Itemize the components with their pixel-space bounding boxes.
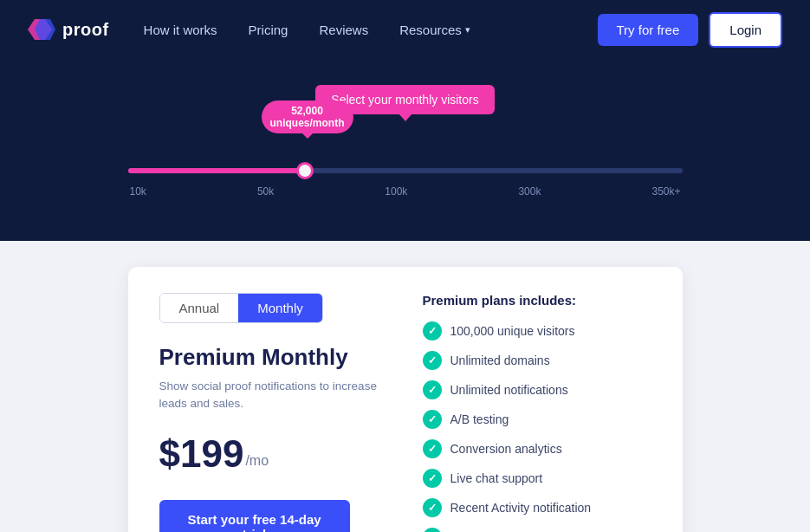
billing-annual-button[interactable]: Annual bbox=[160, 294, 239, 322]
billing-monthly-button[interactable]: Monthly bbox=[238, 294, 322, 322]
slider-value-line1: 52,000 bbox=[291, 105, 323, 117]
check-icon: ✓ bbox=[423, 321, 442, 341]
check-icon: ✓ bbox=[423, 410, 442, 429]
feature-item: ✓ Recent Activity notification bbox=[423, 498, 651, 517]
feature-item: ✓ Unlimited notifications bbox=[423, 380, 651, 399]
login-button[interactable]: Login bbox=[709, 12, 782, 48]
feature-text: Live chat support bbox=[450, 471, 543, 485]
slider-container: 52,000 uniques/month 10k 50k 100k 300k 3… bbox=[128, 133, 683, 198]
feature-text: Unlimited notifications bbox=[450, 383, 568, 397]
logo-text: proof bbox=[62, 20, 109, 40]
slider-thumb[interactable] bbox=[296, 162, 314, 179]
check-icon: ✓ bbox=[423, 469, 442, 488]
slider-track bbox=[128, 168, 683, 173]
features-list: ✓ 100,000 unique visitors ✓ Unlimited do… bbox=[423, 321, 651, 532]
proof-logo-icon bbox=[28, 16, 55, 43]
feature-text: Recent Activity notification bbox=[450, 501, 592, 515]
pricing-section: Annual Monthly Premium Monthly Show soci… bbox=[0, 241, 810, 532]
slider-value-line2: uniques/month bbox=[270, 117, 345, 129]
feature-item: ✓ A/B testing bbox=[423, 410, 651, 429]
slider-labels: 10k 50k 100k 300k 350k+ bbox=[128, 185, 683, 198]
check-icon: ✓ bbox=[423, 351, 442, 370]
pricing-left: Annual Monthly Premium Monthly Show soci… bbox=[159, 293, 388, 532]
trial-button[interactable]: Start your free 14-day trial bbox=[159, 500, 350, 533]
feature-text: Unlimited domains bbox=[450, 354, 550, 367]
check-icon: ✓ bbox=[423, 498, 442, 517]
nav-reviews[interactable]: Reviews bbox=[319, 23, 368, 37]
nav-how-it-works[interactable]: How it works bbox=[144, 23, 217, 37]
navbar: proof How it works Pricing Reviews Resou… bbox=[0, 0, 810, 59]
feature-item: ✓ Conversion analytics bbox=[423, 439, 651, 458]
plan-price-period: /mo bbox=[245, 453, 269, 469]
plan-price: $199/mo bbox=[159, 432, 388, 476]
feature-item: ✓ Unlimited domains bbox=[423, 351, 651, 370]
plan-price-amount: $199 bbox=[159, 432, 244, 476]
feature-text: 100,000 unique visitors bbox=[450, 324, 575, 338]
pricing-card: Annual Monthly Premium Monthly Show soci… bbox=[128, 267, 683, 532]
slider-value-bubble: 52,000 uniques/month bbox=[262, 101, 353, 133]
feature-text: A/B testing bbox=[450, 412, 509, 426]
chevron-down-icon: ▾ bbox=[465, 24, 470, 36]
logo[interactable]: proof bbox=[28, 16, 109, 43]
nav-resources[interactable]: Resources ▾ bbox=[399, 23, 470, 37]
check-icon: ✓ bbox=[423, 380, 442, 399]
feature-item: ✓ Live Visitor Count notification bbox=[423, 528, 651, 532]
nav-pricing[interactable]: Pricing bbox=[249, 23, 288, 37]
plan-title: Premium Monthly bbox=[159, 344, 388, 371]
slider-fill bbox=[128, 168, 306, 173]
pricing-right: Premium plans includes: ✓ 100,000 unique… bbox=[423, 293, 651, 532]
slider-label-300k: 300k bbox=[518, 185, 541, 198]
feature-item: ✓ Live chat support bbox=[423, 469, 651, 488]
feature-item: ✓ 100,000 unique visitors bbox=[423, 321, 651, 341]
feature-text: Conversion analytics bbox=[450, 442, 562, 456]
slider-label-100k: 100k bbox=[385, 185, 407, 198]
billing-toggle: Annual Monthly bbox=[159, 293, 323, 323]
check-icon: ✓ bbox=[423, 528, 442, 532]
slider-label-10k: 10k bbox=[130, 185, 146, 198]
nav-actions: Try for free Login bbox=[598, 12, 783, 48]
nav-links: How it works Pricing Reviews Resources ▾ bbox=[144, 23, 598, 37]
hero-section: Select your monthly visitors 52,000 uniq… bbox=[0, 59, 810, 241]
check-icon: ✓ bbox=[423, 439, 442, 458]
try-for-free-button[interactable]: Try for free bbox=[598, 14, 699, 46]
features-title: Premium plans includes: bbox=[423, 293, 651, 308]
slider-label-350k: 350k+ bbox=[651, 185, 680, 198]
plan-description: Show social proof notifications to incre… bbox=[159, 378, 388, 413]
slider-label-50k: 50k bbox=[257, 185, 274, 198]
